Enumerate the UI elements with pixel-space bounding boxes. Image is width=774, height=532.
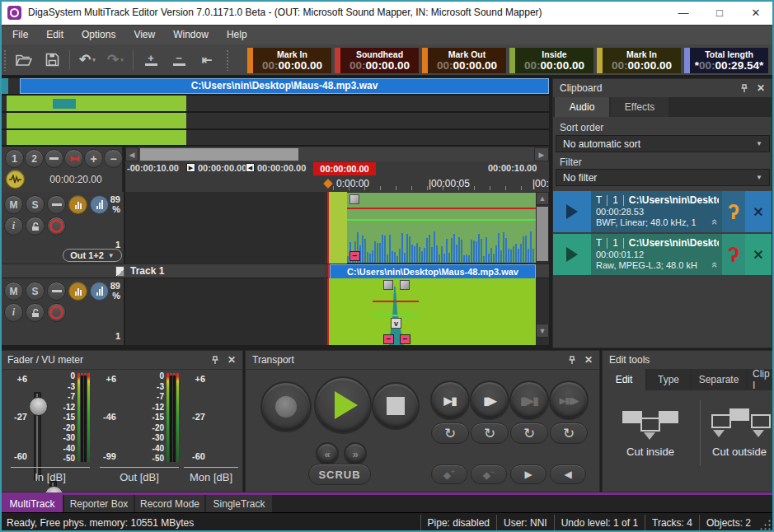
tab-singletrack[interactable]: SingleTrack <box>206 495 272 512</box>
tab-effects[interactable]: Effects <box>611 97 668 117</box>
horizontal-scrollbar[interactable] <box>138 147 536 161</box>
gain-line-red[interactable] <box>347 208 536 209</box>
undo-icon[interactable]: ↶▾ <box>73 48 101 72</box>
solo-button[interactable]: S <box>26 282 45 301</box>
cut-inside-icon[interactable] <box>621 404 682 441</box>
scroll-right-button[interactable]: ▶ <box>534 147 549 161</box>
menu-item-file[interactable]: File <box>3 26 37 44</box>
menu-item-help[interactable]: Help <box>218 26 256 44</box>
tab-edit[interactable]: Edit <box>603 369 645 390</box>
tab-clip-insert[interactable]: Clip & I <box>748 369 774 390</box>
menu-item-view[interactable]: View <box>124 26 164 44</box>
resize-grip[interactable] <box>759 519 771 530</box>
loop-icon[interactable]: ↻ <box>471 422 509 444</box>
scroll-left-button[interactable]: ◀ <box>125 147 138 161</box>
save-icon[interactable] <box>38 48 66 72</box>
cut-outside-icon[interactable] <box>710 404 771 441</box>
listen-ear-icon[interactable]: ʔ <box>722 234 745 275</box>
remove-marker-button[interactable]: ◆− <box>471 464 507 484</box>
open-file-icon[interactable] <box>10 48 38 72</box>
gain-line-green[interactable] <box>373 315 419 316</box>
filter-dropdown[interactable]: No filter▼ <box>556 169 770 186</box>
tab-type[interactable]: Type <box>647 369 690 390</box>
gain-line-green[interactable] <box>347 219 536 221</box>
mark-in-flag-icon[interactable]: ▶ <box>186 163 195 172</box>
object-remove-handle[interactable]: − <box>400 334 410 344</box>
zoom-preset-1-button[interactable]: 1 <box>5 149 24 168</box>
stop-button[interactable] <box>372 382 420 430</box>
tab-multitrack[interactable]: MultiTrack <box>2 495 63 512</box>
close-panel-icon[interactable]: ✕ <box>228 354 236 366</box>
previous-marker-button[interactable]: ◀ <box>550 464 586 484</box>
zoom-to-marks-button[interactable]: ▶◀ <box>64 149 83 168</box>
pin-icon[interactable] <box>740 84 748 93</box>
pin-icon[interactable] <box>211 356 219 365</box>
maximize-button[interactable]: □ <box>701 0 738 25</box>
playhead-diamond-icon[interactable]: ◆ <box>323 176 336 189</box>
volume-point-handle[interactable]: v <box>391 318 401 329</box>
object-remove-handle[interactable]: − <box>349 251 360 261</box>
sort-order-dropdown[interactable]: No automatic sort▼ <box>556 135 770 152</box>
track2-lane[interactable]: v − − <box>125 278 536 345</box>
scrub-button[interactable]: SCRUB <box>308 464 371 485</box>
scroll-up-button[interactable]: ▲ <box>536 192 549 205</box>
play-around-button[interactable]: ▶▮▮▶ <box>549 380 589 420</box>
cut-inside-label[interactable]: Cut inside <box>607 446 693 458</box>
minimize-track-button[interactable] <box>47 282 66 301</box>
gain-line-red[interactable] <box>373 301 419 302</box>
object-handle[interactable] <box>400 280 410 290</box>
listen-ear-icon[interactable]: ʔ <box>722 191 745 232</box>
solo-button[interactable]: S <box>26 195 45 214</box>
waveform-zoom-icon[interactable] <box>6 170 25 189</box>
horizontal-scrollbar-thumb[interactable] <box>140 148 298 161</box>
menu-item-window[interactable]: Window <box>164 26 218 44</box>
object-handle[interactable] <box>383 280 393 290</box>
zoom-fit-button[interactable] <box>45 149 63 168</box>
tab-separate[interactable]: Separate <box>692 369 746 390</box>
loop-icon[interactable]: ↻ <box>510 422 548 444</box>
info-button[interactable]: i <box>4 303 23 322</box>
menu-item-options[interactable]: Options <box>73 26 124 44</box>
tab-audio[interactable]: Audio <box>555 97 609 117</box>
play-button[interactable] <box>553 234 591 275</box>
redo-icon[interactable]: ↷▾ <box>101 48 129 72</box>
track-page-icon[interactable] <box>115 266 124 277</box>
play-to-mark-button[interactable]: ▶▮ <box>430 380 470 420</box>
zoom-out-button[interactable]: − <box>104 149 123 168</box>
overview-track-bar[interactable] <box>7 130 186 145</box>
info-button[interactable]: i <box>4 217 23 236</box>
overview-object-file[interactable]: C:\Users\nin\Desktop\Maus-48.mp3.wav <box>20 78 549 94</box>
zoom-preset-2-button[interactable]: 2 <box>25 149 44 168</box>
mute-button[interactable]: M <box>4 195 23 214</box>
clipboard-item[interactable]: T1C:\Users\nin\Desktop\ 00:00:01.12 Raw,… <box>553 234 772 275</box>
close-panel-icon[interactable]: ✕ <box>584 354 593 366</box>
scroll-down-button[interactable]: ▼ <box>536 324 549 338</box>
vertical-scrollbar-thumb[interactable] <box>537 207 548 261</box>
record-arm-button[interactable] <box>47 303 66 322</box>
play-button[interactable] <box>553 191 591 232</box>
tab-reporter-box[interactable]: Reporter Box <box>64 495 134 512</box>
mark-out-flag-icon[interactable]: ◀ <box>246 163 255 172</box>
close-panel-icon[interactable]: ✕ <box>757 82 765 94</box>
vu-left-icon[interactable] <box>68 282 87 301</box>
fader-knob[interactable] <box>29 397 48 416</box>
track1-name[interactable]: Track 1 <box>130 265 164 277</box>
vu-left-icon[interactable] <box>68 195 87 214</box>
minimize-track-button[interactable] <box>47 195 66 214</box>
nudge-left-button[interactable]: « <box>316 442 339 465</box>
output-routing-dropdown[interactable]: Out 1+2▼ <box>63 249 122 262</box>
play-from-mark-button[interactable]: ▮▶ <box>470 380 509 420</box>
expand-icon[interactable]: « <box>709 262 721 266</box>
lock-icon[interactable] <box>26 217 45 236</box>
nudge-right-button[interactable]: » <box>344 442 367 465</box>
zoom-out-horizontal-icon[interactable]: − <box>165 48 193 72</box>
lock-icon[interactable] <box>26 303 45 322</box>
pin-icon[interactable] <box>568 356 576 365</box>
clipboard-item[interactable]: T1C:\Users\nin\Desktop\ 00:00:28.53 BWF,… <box>553 191 772 232</box>
audio-object[interactable]: − <box>347 193 536 263</box>
overview-track-bar[interactable] <box>7 113 186 128</box>
zoom-in-horizontal-icon[interactable]: + <box>137 48 165 72</box>
object-remove-handle[interactable]: − <box>383 334 394 344</box>
next-marker-button[interactable]: ▶ <box>510 464 546 484</box>
play-between-marks-button[interactable]: ▮▶▮ <box>509 380 549 420</box>
